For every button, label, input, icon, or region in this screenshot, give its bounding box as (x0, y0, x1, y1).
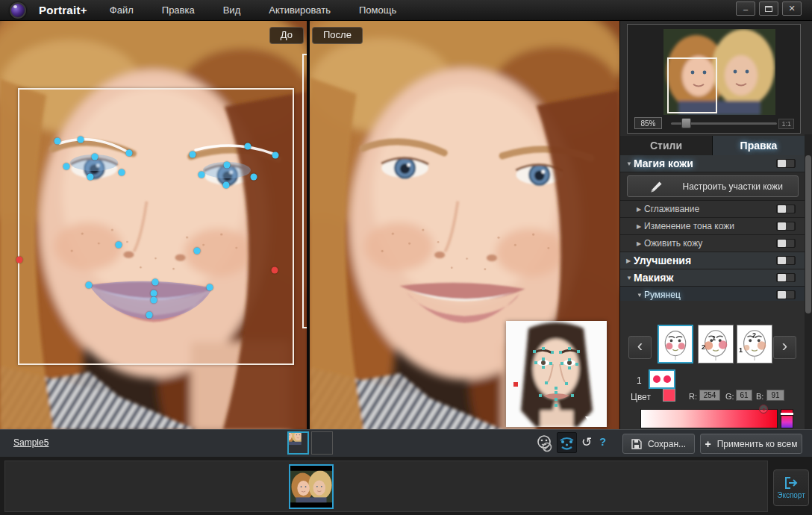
hue-marker[interactable] (781, 413, 793, 415)
minimize-icon: – (743, 4, 748, 13)
enhancements-toggle[interactable] (776, 256, 796, 265)
zoom-percent: 85% (634, 117, 662, 129)
filmstrip-thumbnail[interactable] (289, 464, 334, 509)
blush-style-1[interactable] (658, 325, 693, 363)
before-badge: До (269, 27, 304, 44)
b-label: B: (756, 392, 763, 401)
chevron-right-icon: ▶ (637, 223, 644, 230)
tab-edit[interactable]: Правка (713, 136, 805, 155)
adjust-skin-button[interactable]: Настроить участки кожи (627, 175, 799, 197)
menu-bar: Portrait+ Файл Правка Вид Активировать П… (0, 0, 812, 21)
section-revive-skin[interactable]: ▶ Оживить кожу (620, 235, 805, 252)
app-logo-icon (7, 1, 30, 19)
adjust-skin-row: Настроить участки кожи (620, 172, 805, 201)
blush-pattern-swatch[interactable] (649, 369, 675, 389)
smoothing-toggle[interactable] (776, 205, 796, 213)
r-label: R: (689, 392, 697, 401)
after-panel[interactable]: После (310, 21, 619, 429)
section-skin-magic[interactable]: ▼ Магия кожи (620, 155, 805, 172)
before-panel[interactable]: До (0, 21, 307, 429)
export-icon (784, 476, 799, 490)
filmstrip-bar: Экспорт (0, 457, 812, 515)
color-label: Цвет (631, 392, 651, 402)
export-button[interactable]: Экспорт (773, 469, 809, 506)
section-smoothing[interactable]: ▶ Сглаживание (620, 201, 805, 218)
maximize-button[interactable] (759, 1, 778, 16)
filename-link[interactable]: Sample5 (13, 437, 49, 448)
chevron-down-icon: ▼ (637, 292, 644, 299)
chevron-down-icon: ▼ (626, 160, 634, 167)
menu-items: Файл Правка Вид Активировать Помощь (108, 2, 398, 18)
g-value-field[interactable]: 61 (736, 390, 752, 401)
revive-skin-toggle[interactable] (776, 239, 796, 248)
section-enhancements[interactable]: ▶ Улучшения (620, 252, 805, 269)
chevron-down-icon: ▼ (626, 275, 634, 281)
close-icon: ✕ (788, 4, 795, 13)
show-landmarks-button[interactable] (557, 432, 577, 453)
plus-icon: + (705, 438, 710, 450)
status-bar: Sample5 ↺ ? (0, 429, 812, 457)
canvas-area: До После (0, 21, 619, 429)
chevron-right-icon: ▶ (626, 258, 634, 264)
menu-activate[interactable]: Активировать (267, 2, 332, 18)
chevron-right-icon: ▶ (637, 206, 644, 213)
menu-file[interactable]: Файл (108, 2, 135, 18)
tab-styles[interactable]: Стили (620, 136, 713, 155)
face-thumbnail-2[interactable] (311, 431, 333, 455)
skin-magic-toggle[interactable] (776, 159, 796, 168)
apply-to-all-button[interactable]: + Применить ко всем (700, 434, 802, 454)
makeup-toggle[interactable] (776, 273, 796, 282)
sidebar-scrollbar[interactable] (805, 134, 812, 429)
ratio-1-1-button[interactable]: 1:1 (778, 119, 794, 129)
minimize-button[interactable]: – (736, 1, 755, 16)
face-thumbnail-1[interactable] (287, 431, 309, 455)
carousel-next-button[interactable]: › (773, 336, 796, 359)
hue-strip[interactable] (781, 409, 793, 428)
blush-toggle[interactable] (776, 290, 796, 299)
makeup-guide-overlay[interactable] (506, 321, 607, 427)
sidebar-scrollbar-thumb[interactable] (805, 155, 811, 313)
save-icon (631, 439, 642, 449)
blush-editor: ‹ 1 2 2 1 › 1 Цвет R: 254 G: (620, 301, 805, 429)
maximize-icon (765, 6, 772, 12)
window-controls: – ✕ (736, 1, 802, 16)
portrait-plus-window: Portrait+ Файл Правка Вид Активировать П… (0, 0, 812, 515)
sidebar: 85% 1:1 Стили Правка ▼ Магия кожи Настро… (619, 21, 812, 429)
chevron-right-icon: ▶ (637, 240, 644, 247)
zoom-slider-handle[interactable] (681, 118, 691, 128)
save-button[interactable]: Сохран... (622, 434, 695, 454)
zoom-slider[interactable] (671, 122, 777, 125)
navigator-panel: 85% 1:1 (627, 24, 801, 134)
r-value-field[interactable]: 254 (699, 390, 720, 401)
navigator-selection-box[interactable] (667, 57, 717, 113)
app-title: Portrait+ (39, 4, 87, 16)
g-label: G: (725, 392, 734, 401)
b-value-field[interactable]: 91 (766, 390, 784, 401)
after-badge: После (312, 27, 363, 44)
blush-index-label: 1 (637, 375, 642, 386)
saturation-gradient-bar[interactable] (640, 409, 778, 428)
face-selection-frame[interactable] (18, 88, 294, 365)
sidebar-tabs: Стили Правка (620, 136, 805, 155)
hide-landmarks-icon[interactable] (535, 434, 555, 453)
gradient-marker[interactable] (759, 405, 768, 413)
blush-style-2[interactable]: 1 2 (698, 325, 734, 363)
menu-view[interactable]: Вид (222, 2, 243, 18)
menu-help[interactable]: Помощь (357, 2, 398, 18)
color-swatch[interactable] (663, 389, 675, 402)
close-button[interactable]: ✕ (782, 1, 802, 16)
section-makeup[interactable]: ▼ Макияж (620, 269, 805, 287)
help-icon[interactable]: ? (599, 435, 606, 448)
carousel-prev-button[interactable]: ‹ (628, 336, 652, 359)
blush-style-1-preview (659, 326, 692, 362)
reset-icon[interactable]: ↺ (581, 434, 592, 449)
section-skin-tone[interactable]: ▶ Изменение тона кожи (620, 218, 805, 235)
section-list: ▼ Магия кожи Настроить участки кожи ▶ Сг… (620, 155, 805, 304)
menu-edit[interactable]: Правка (160, 2, 196, 18)
show-landmarks-icon (558, 433, 576, 452)
skin-tone-toggle[interactable] (776, 222, 796, 231)
blush-style-3[interactable]: 2 1 (737, 325, 772, 363)
filmstrip-track (4, 461, 768, 512)
brush-icon (650, 180, 663, 193)
